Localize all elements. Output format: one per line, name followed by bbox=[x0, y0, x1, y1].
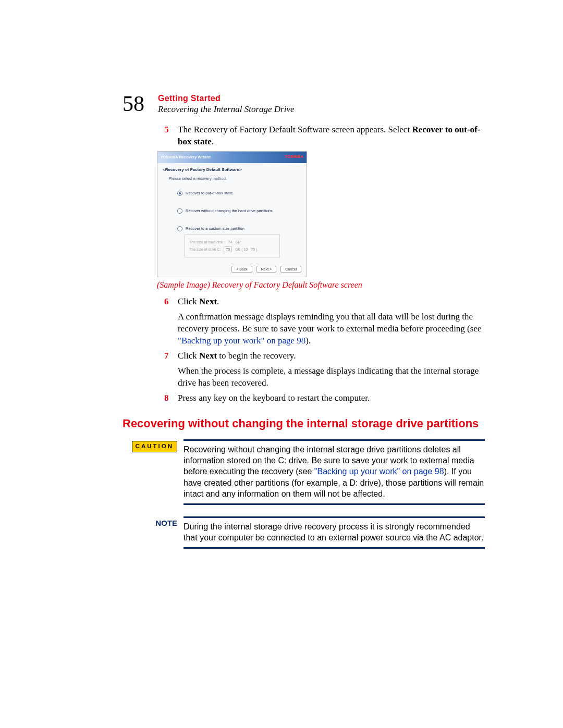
wizard-back-button: < Back bbox=[231, 266, 252, 273]
caution-callout: CAUTION Recovering without changing the … bbox=[123, 439, 485, 505]
step-5: 5 The Recovery of Factory Default Softwa… bbox=[164, 124, 485, 148]
radio-icon bbox=[177, 191, 182, 196]
note-label: NOTE bbox=[155, 518, 177, 528]
step-text: Click Next. bbox=[178, 296, 485, 308]
link-backing-up[interactable]: "Backing up your work" on page 98 bbox=[178, 336, 305, 346]
subsection-heading: Recovering without changing the internal… bbox=[123, 416, 485, 431]
body-content: 5 The Recovery of Factory Default Softwa… bbox=[164, 124, 485, 549]
page: 58 Getting Started Recovering the Intern… bbox=[0, 0, 563, 728]
step-number: 8 bbox=[164, 392, 178, 404]
callout-rule-top bbox=[183, 439, 485, 441]
section-subtitle: Recovering the Internal Storage Drive bbox=[158, 104, 295, 115]
wizard-option-1: Recover to out-of-box state bbox=[177, 191, 301, 196]
wizard-subheading: Please select a recovery method. bbox=[169, 176, 301, 181]
wizard-brand: TOSHIBA bbox=[285, 154, 303, 160]
step-7-paragraph: When the process is complete, a message … bbox=[178, 365, 485, 389]
step-6-paragraph: A confirmation message displays remindin… bbox=[178, 311, 485, 347]
chapter-title: Getting Started bbox=[158, 94, 295, 103]
page-header: 58 Getting Started Recovering the Intern… bbox=[123, 94, 485, 115]
wizard-screenshot: TOSHIBA Recovery Wizard TOSHIBA <Recover… bbox=[157, 151, 485, 278]
wizard-next-button: Next > bbox=[256, 266, 276, 273]
step-7: 7 Click Next to begin the recovery. bbox=[164, 350, 485, 362]
step-number: 7 bbox=[164, 350, 178, 362]
step-number: 6 bbox=[164, 296, 178, 308]
wizard-option-2: Recover without changing the hard drive … bbox=[177, 208, 301, 214]
wizard-disk-box: The size of hard disk : 74 GB The size o… bbox=[185, 235, 280, 257]
radio-icon bbox=[177, 208, 182, 214]
callout-rule-bottom bbox=[183, 503, 485, 505]
caution-badge: CAUTION bbox=[132, 441, 177, 452]
step-number: 5 bbox=[164, 124, 178, 148]
figure-caption: (Sample Image) Recovery of Factory Defau… bbox=[157, 279, 485, 291]
caution-text: Recovering without changing the internal… bbox=[183, 444, 485, 499]
callout-rule-bottom bbox=[183, 547, 485, 549]
step-text: The Recovery of Factory Default Software… bbox=[178, 124, 485, 148]
wizard-cancel-button: Cancel bbox=[280, 266, 301, 273]
note-callout: NOTE During the internal storage drive r… bbox=[123, 516, 485, 549]
step-text: Click Next to begin the recovery. bbox=[178, 350, 485, 362]
page-number: 58 bbox=[123, 93, 144, 115]
callout-rule-top bbox=[183, 516, 485, 518]
step-6: 6 Click Next. bbox=[164, 296, 485, 308]
radio-icon bbox=[177, 226, 182, 231]
wizard-title: TOSHIBA Recovery Wizard bbox=[161, 155, 211, 160]
wizard-option-3: Recover to a custom size partition bbox=[177, 226, 301, 231]
wizard-heading: <Recovery of Factory Default Software> bbox=[163, 167, 301, 173]
step-8: 8 Press any key on the keyboard to resta… bbox=[164, 392, 485, 404]
note-text: During the internal storage drive recove… bbox=[183, 521, 485, 543]
link-backing-up[interactable]: "Backing up your work" on page 98 bbox=[314, 467, 444, 476]
step-text: Press any key on the keyboard to restart… bbox=[178, 392, 485, 404]
wizard-titlebar: TOSHIBA Recovery Wizard TOSHIBA bbox=[157, 152, 307, 163]
